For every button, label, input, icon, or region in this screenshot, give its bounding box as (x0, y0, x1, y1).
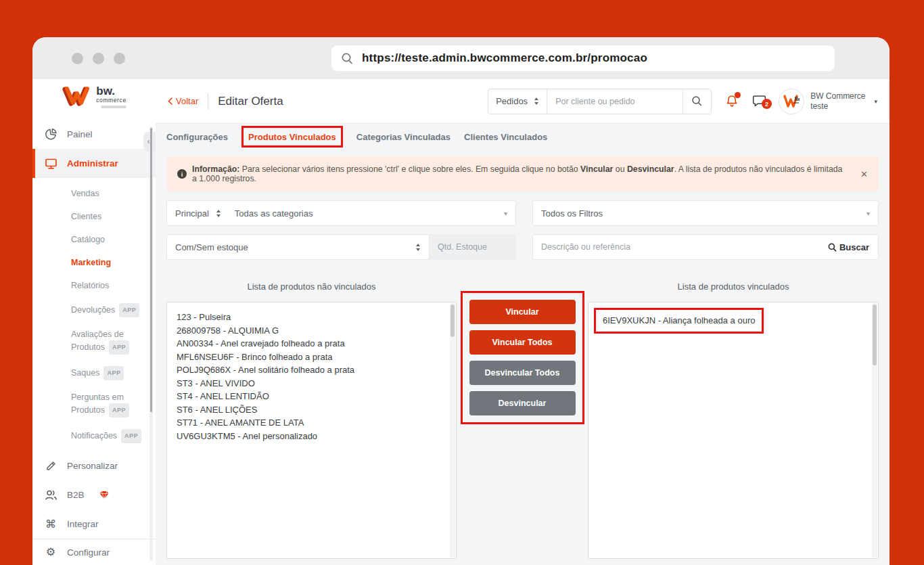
sidebar-item-painel[interactable]: Painel (32, 120, 156, 149)
sidebar-item-devolucoes[interactable]: DevoluçõesAPP (71, 297, 149, 323)
tab-categorias-vinculadas[interactable]: Categorias Vinculadas (356, 132, 451, 142)
chat-button[interactable]: 2 (752, 95, 766, 108)
linked-list-title: Lista de produtos vinculados (588, 281, 879, 302)
linked-products-list[interactable]: 6IEV9XUKJN - Aliança folheada a ouro (588, 302, 879, 559)
chevron-left-icon (168, 97, 172, 105)
sort-arrows-icon (415, 243, 421, 252)
buscar-button[interactable]: Buscar (819, 235, 878, 259)
sidebar-submenu: Vendas Clientes Catálogo Marketing Relat… (32, 178, 156, 451)
list-item[interactable]: 6IEV9XUKJN - Aliança folheada a ouro (603, 315, 755, 325)
order-search-input[interactable] (547, 89, 683, 114)
sidebar: bw. commerce « Painel Administ (32, 79, 156, 565)
tab-bar: Configurações Produtos Vinculados Catego… (156, 124, 890, 150)
sidebar-item-label: Administrar (67, 158, 118, 168)
close-icon[interactable]: ✕ (852, 169, 868, 179)
desvincular-button[interactable]: Desvincular (469, 391, 576, 415)
unlinked-items: 123 - Pulseira268009758 - ALQUIMIA GAN00… (177, 311, 441, 443)
list-item[interactable]: 268009758 - ALQUIMIA G (177, 324, 441, 338)
list-item[interactable]: ST3 - ANEL VIVIDO (177, 377, 441, 390)
sidebar-item-b2b[interactable]: B2B (32, 480, 156, 510)
sidebar-item-label: Integrar (67, 519, 99, 529)
search-icon (691, 95, 703, 107)
sort-arrows-icon (534, 97, 539, 106)
back-link[interactable]: Voltar (168, 96, 198, 106)
scrollbar-thumb[interactable] (873, 304, 877, 365)
list-item[interactable]: ST4 - ANEL LENTIDÃO (177, 390, 441, 403)
app-badge: APP (109, 403, 129, 417)
vincular-todos-button[interactable]: Vincular Todos (469, 330, 576, 355)
sidebar-item-administrar[interactable]: Administrar (32, 149, 156, 178)
vincular-button[interactable]: Vincular (469, 300, 576, 324)
description-input[interactable] (541, 242, 819, 252)
description-search-box: Buscar (532, 234, 879, 260)
sidebar-item-relatorios[interactable]: Relatórios (71, 274, 149, 297)
desvincular-todos-button[interactable]: Desvincular Todos (469, 361, 576, 385)
sidebar-item-configurar[interactable]: ⚙ Configurar (32, 539, 156, 565)
browser-window: https://teste.admin.bwcommerce.com.br/pr… (32, 37, 890, 565)
search-icon (341, 52, 354, 65)
window-control-dot[interactable] (72, 53, 83, 64)
sidebar-item-label: B2B (67, 490, 85, 500)
sidebar-item-perguntas[interactable]: Perguntas em ProdutosAPP (71, 386, 149, 423)
user-menu[interactable]: BW Commerce teste ▾ (779, 89, 877, 114)
command-icon: ⌘ (44, 519, 57, 530)
sidebar-item-personalizar[interactable]: Personalizar (32, 451, 156, 480)
notifications-bell-button[interactable] (725, 94, 739, 108)
pencil-icon (44, 460, 57, 472)
search-scope-select[interactable]: Pedidos (488, 89, 547, 114)
tab-clientes-vinculados[interactable]: Clientes Vinculados (464, 132, 547, 142)
tab-configuracoes[interactable]: Configurações (166, 132, 228, 142)
window-control-dot[interactable] (114, 53, 125, 64)
info-banner: Informação: Para selecionar vários itens… (166, 156, 879, 191)
window-controls (72, 53, 125, 64)
list-item[interactable]: POLJ9Q686X - Anel solitário folheado a p… (177, 363, 441, 377)
list-item[interactable]: ST6 - ANEL LIÇÕES (177, 403, 441, 417)
sidebar-item-notificacoes[interactable]: NotificaçõesAPP (71, 423, 149, 449)
window-control-dot[interactable] (93, 53, 104, 64)
sidebar-item-catalogo[interactable]: Catálogo (71, 228, 149, 251)
sidebar-item-label: Personalizar (67, 461, 118, 471)
tab-produtos-vinculados[interactable]: Produtos Vinculados (248, 132, 336, 142)
stock-qty-input[interactable] (430, 234, 516, 260)
monitor-icon (44, 158, 57, 170)
list-item[interactable]: MFL6NSEU6F - Brinco folheado a prata (177, 351, 441, 364)
caret-down-icon: ▾ (874, 98, 877, 105)
chat-badge: 2 (762, 99, 772, 109)
page-header: Voltar Editar Oferta Pedidos (156, 79, 890, 124)
brand-sub: commerce (96, 97, 126, 104)
sidebar-item-clientes[interactable]: Clientes (71, 205, 149, 228)
category-filter-select[interactable]: Principal Todas as categorias ▾ (166, 200, 516, 226)
sidebar-menu: Painel Administrar Vendas Clientes Catál… (32, 114, 156, 539)
annotation-box: Produtos Vinculados (241, 126, 343, 148)
gem-badge-icon (99, 491, 109, 499)
list-item[interactable]: AN00334 - Anel cravejado folheado a prat… (177, 337, 441, 351)
logo-byline (101, 106, 126, 108)
sidebar-item-vendas[interactable]: Vendas (71, 182, 149, 205)
list-item[interactable]: UV6GU3KTM5 - Anel personalizado (177, 430, 441, 443)
tab-content: Informação: Para selecionar vários itens… (156, 150, 890, 565)
sidebar-item-integrar[interactable]: ⌘ Integrar (32, 510, 156, 539)
sidebar-scrollbar-thumb[interactable] (150, 128, 152, 412)
app-badge: APP (103, 366, 124, 380)
main-area: Voltar Editar Oferta Pedidos (156, 79, 890, 565)
caret-down-icon: ▾ (867, 210, 870, 217)
all-filters-select[interactable]: Todos os Filtros ▾ (532, 200, 879, 226)
list-item[interactable]: 123 - Pulseira (177, 311, 441, 324)
app-badge: APP (109, 340, 129, 355)
unlinked-products-list[interactable]: 123 - Pulseira268009758 - ALQUIMIA GAN00… (166, 302, 457, 559)
pie-chart-icon (44, 128, 57, 141)
annotation-box: 6IEV9XUKJN - Aliança folheada a ouro (594, 308, 764, 334)
brand-logo: bw. commerce (32, 79, 156, 114)
app-badge: APP (119, 303, 139, 317)
url-bar[interactable]: https://teste.admin.bwcommerce.com.br/pr… (331, 45, 835, 71)
scrollbar-thumb[interactable] (451, 304, 455, 337)
sidebar-item-marketing[interactable]: Marketing (71, 251, 149, 274)
page-title: Editar Oferta (218, 95, 283, 108)
sort-arrows-icon (216, 209, 221, 218)
order-search-button[interactable] (683, 89, 711, 114)
list-item[interactable]: ST71 - ANEL AMANTE DE LATA (177, 416, 441, 430)
sidebar-item-saques[interactable]: SaquesAPP (71, 360, 149, 386)
info-banner-text: Informação: Para selecionar vários itens… (192, 164, 847, 183)
stock-filter-select[interactable]: Com/Sem estoque (166, 234, 430, 260)
sidebar-item-avaliacoes[interactable]: Avaliações de ProdutosAPP (71, 323, 149, 360)
